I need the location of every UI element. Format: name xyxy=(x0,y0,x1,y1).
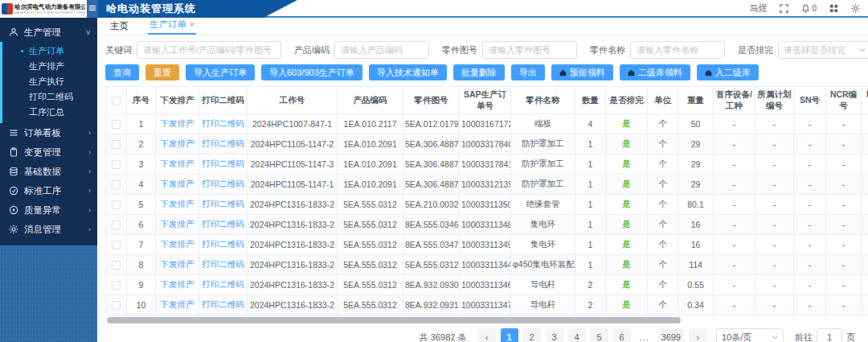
toolbar-button-4[interactable]: 导入技术通知单 xyxy=(369,64,447,80)
page-button-6[interactable]: 6 xyxy=(613,328,631,342)
issue-scheduling-link[interactable]: 下发排产 xyxy=(156,195,199,215)
bullet-icon xyxy=(21,111,23,113)
sidebar-group-standard-process[interactable]: 标准工序 › xyxy=(0,181,97,200)
row-checkbox[interactable] xyxy=(106,155,127,175)
tab-home[interactable]: 主页 xyxy=(108,19,130,35)
part-drawing-no-input[interactable] xyxy=(482,41,577,59)
fullscreen-icon[interactable] xyxy=(780,4,788,13)
print-qrcode-link[interactable]: 打印二维码 xyxy=(199,134,248,155)
row-checkbox[interactable] xyxy=(106,295,127,315)
print-qrcode-link[interactable]: 打印二维码 xyxy=(199,275,248,295)
clipboard-icon xyxy=(9,147,18,157)
app-title: 哈电动装管理系统 xyxy=(106,2,196,16)
cell: 5EA.555.0312 xyxy=(338,255,403,275)
issue-scheduling-link[interactable]: 下发排产 xyxy=(156,175,199,195)
print-qrcode-link[interactable]: 打印二维码 xyxy=(199,235,248,255)
sidebar-group-quality-exception[interactable]: 质量异常 › xyxy=(0,200,97,220)
apps-grid-icon[interactable] xyxy=(829,4,838,13)
sidebar-group-production-management[interactable]: 生产管理 ∨ xyxy=(0,23,97,42)
select-all-checkbox[interactable] xyxy=(106,87,127,114)
sidebar-item-production-scheduling[interactable]: 生产排产 xyxy=(0,59,97,74)
toolbar-button-1[interactable]: 重置 xyxy=(145,64,179,80)
cell: 个 xyxy=(648,255,678,275)
cell: - xyxy=(794,235,826,255)
horizontal-scrollbar[interactable] xyxy=(105,317,860,323)
issue-scheduling-link[interactable]: 下发排产 xyxy=(156,275,199,295)
cell: 5EA.210.0032 xyxy=(403,195,460,215)
cell: 1 xyxy=(575,215,606,235)
part-name-input[interactable] xyxy=(630,41,725,59)
page-button-3[interactable]: 3 xyxy=(546,328,563,342)
toolbar-button-2[interactable]: 导入生产订单 xyxy=(186,64,255,80)
goto-page-input[interactable] xyxy=(817,328,842,342)
toolbar-button-5[interactable]: 批量删除 xyxy=(453,64,505,80)
toolbar-button-3[interactable]: 导入603/903生产订单 xyxy=(261,64,362,80)
print-qrcode-link[interactable]: 打印二维码 xyxy=(199,175,248,195)
toolbar-button-7[interactable]: 预留领料 xyxy=(551,64,613,80)
issue-scheduling-link[interactable]: 下发排产 xyxy=(156,295,199,315)
username[interactable]: 马煜 xyxy=(749,2,767,14)
cell: - xyxy=(714,295,755,315)
cell: 5EA.306.4887 xyxy=(403,134,460,155)
tab-production-order[interactable]: 生产订单 × xyxy=(148,17,196,35)
cell: - xyxy=(826,275,862,295)
sidebar-item-process-summary[interactable]: 工序汇总 xyxy=(0,105,97,120)
table-row: 6下发排产打印二维码2024HPC1316-1833-25EA.555.0312… xyxy=(106,215,868,235)
page-size-value: 10条/页 xyxy=(722,332,751,342)
toolbar-button-8[interactable]: 二级库领料 xyxy=(620,64,690,80)
page-button-4[interactable]: 4 xyxy=(568,328,586,342)
sidebar-collapse-button[interactable] xyxy=(87,0,98,18)
prev-page-button[interactable]: ‹ xyxy=(478,328,496,342)
cell: - xyxy=(794,114,826,134)
cell: 个 xyxy=(648,295,678,315)
print-qrcode-link[interactable]: 打印二维码 xyxy=(199,215,248,235)
column-header: 重量 xyxy=(678,87,714,114)
sidebar-item-print-qrcode[interactable]: 打印二维码 xyxy=(0,89,97,105)
scheduled-flag: 是 xyxy=(606,114,648,134)
page-button-3699[interactable]: 3699 xyxy=(658,328,684,342)
issue-scheduling-link[interactable]: 下发排产 xyxy=(156,235,199,255)
print-qrcode-link[interactable]: 打印二维码 xyxy=(199,295,248,315)
page-button-1[interactable]: 1 xyxy=(501,328,518,342)
issue-scheduling-link[interactable]: 下发排产 xyxy=(156,155,199,175)
sidebar-item-production-order[interactable]: 生产订单 xyxy=(0,43,97,59)
product-code-input[interactable] xyxy=(334,41,429,59)
page-button-2[interactable]: 2 xyxy=(523,328,541,342)
row-checkbox[interactable] xyxy=(106,175,127,195)
issue-scheduling-link[interactable]: 下发排产 xyxy=(156,114,199,134)
print-qrcode-link[interactable]: 打印二维码 xyxy=(199,255,248,275)
row-checkbox[interactable] xyxy=(106,235,127,255)
print-qrcode-link[interactable]: 打印二维码 xyxy=(199,195,248,215)
scrollbar-thumb[interactable] xyxy=(107,317,681,323)
issue-scheduling-link[interactable]: 下发排产 xyxy=(156,255,199,275)
print-qrcode-link[interactable]: 打印二维码 xyxy=(199,114,248,134)
keyword-input[interactable] xyxy=(137,41,281,59)
issue-scheduling-link[interactable]: 下发排产 xyxy=(156,134,199,155)
notification-bell-icon[interactable]: 0 xyxy=(801,4,817,13)
action-toolbar: 查询重置导入生产订单导入603/903生产订单导入技术通知单批量删除导出预留领料… xyxy=(105,62,860,83)
print-qrcode-link[interactable]: 打印二维码 xyxy=(199,155,248,175)
toolbar-button-0[interactable]: 查询 xyxy=(105,64,139,80)
toolbar-button-6[interactable]: 导出 xyxy=(511,64,545,80)
gear-icon[interactable] xyxy=(851,4,860,13)
tab-close-icon[interactable]: × xyxy=(190,21,194,29)
sidebar-group-message-management[interactable]: 消息管理 › xyxy=(0,220,97,239)
tab-label: 生产订单 xyxy=(149,19,186,31)
sidebar-item-production-execution[interactable]: 生产执行 xyxy=(0,74,97,89)
page-button-5[interactable]: 5 xyxy=(591,328,608,342)
row-checkbox[interactable] xyxy=(106,255,127,275)
page-ellipsis: ... xyxy=(636,328,653,342)
row-checkbox[interactable] xyxy=(106,215,127,235)
toolbar-button-9[interactable]: 入二级库 xyxy=(697,64,759,80)
sidebar-group-change-management[interactable]: 变更管理 › xyxy=(0,142,97,162)
sidebar-group-order-board[interactable]: 订单看板 › xyxy=(0,123,97,142)
next-page-button[interactable]: › xyxy=(689,328,706,342)
scheduled-select[interactable]: 请选择是否排完 xyxy=(778,41,868,59)
issue-scheduling-link[interactable]: 下发排产 xyxy=(156,215,199,235)
page-size-select[interactable]: 10条/页 xyxy=(716,328,784,342)
row-checkbox[interactable] xyxy=(106,195,127,215)
sidebar-group-basic-data[interactable]: 基础数据 › xyxy=(0,162,97,181)
row-checkbox[interactable] xyxy=(106,114,127,134)
row-checkbox[interactable] xyxy=(106,275,127,295)
row-checkbox[interactable] xyxy=(106,134,127,155)
